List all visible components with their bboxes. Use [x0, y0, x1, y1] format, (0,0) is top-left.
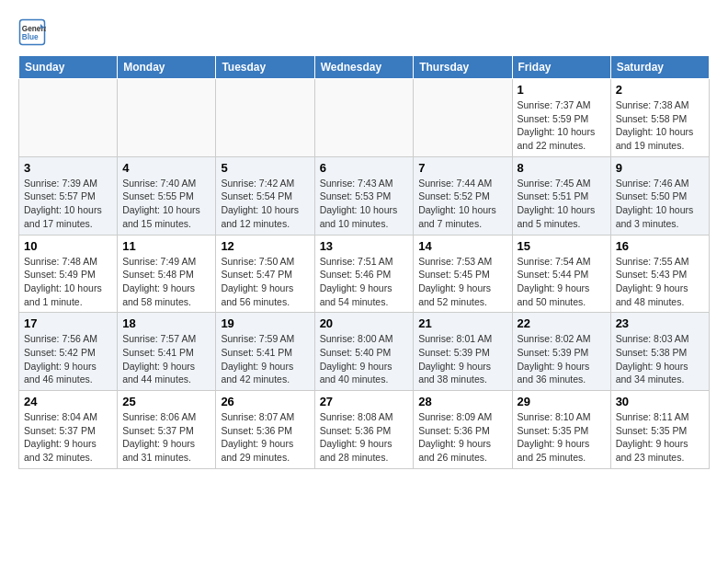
calendar-cell: 11Sunrise: 7:49 AM Sunset: 5:48 PM Dayli…	[118, 235, 216, 313]
calendar-cell: 20Sunrise: 8:00 AM Sunset: 5:40 PM Dayli…	[314, 313, 414, 391]
logo-icon: General Blue	[18, 18, 46, 46]
day-number: 29	[518, 395, 606, 408]
day-number: 13	[320, 239, 409, 253]
day-number: 28	[418, 395, 506, 408]
calendar-week-2: 3Sunrise: 7:39 AM Sunset: 5:57 PM Daylig…	[19, 156, 710, 235]
day-number: 2	[616, 83, 704, 97]
calendar-cell: 28Sunrise: 8:09 AM Sunset: 5:36 PM Dayli…	[414, 391, 512, 469]
svg-text:Blue: Blue	[22, 33, 39, 41]
calendar-header-row: SundayMondayTuesdayWednesdayThursdayFrid…	[19, 56, 710, 79]
day-number: 15	[518, 239, 606, 253]
calendar-cell: 2Sunrise: 7:38 AM Sunset: 5:58 PM Daylig…	[610, 79, 709, 157]
column-header-thursday: Thursday	[414, 56, 512, 79]
day-number: 3	[24, 161, 112, 175]
day-info: Sunrise: 7:56 AM Sunset: 5:42 PM Dayligh…	[24, 332, 112, 386]
day-info: Sunrise: 7:59 AM Sunset: 5:41 PM Dayligh…	[221, 332, 309, 386]
day-info: Sunrise: 7:37 AM Sunset: 5:59 PM Dayligh…	[518, 98, 606, 153]
calendar-cell	[19, 79, 118, 157]
day-info: Sunrise: 7:43 AM Sunset: 5:53 PM Dayligh…	[320, 177, 409, 231]
calendar-cell: 18Sunrise: 7:57 AM Sunset: 5:41 PM Dayli…	[118, 313, 216, 391]
calendar-cell: 23Sunrise: 8:03 AM Sunset: 5:38 PM Dayli…	[610, 313, 709, 391]
calendar-cell: 9Sunrise: 7:46 AM Sunset: 5:50 PM Daylig…	[610, 156, 709, 235]
day-number: 17	[24, 316, 112, 330]
day-info: Sunrise: 7:44 AM Sunset: 5:52 PM Dayligh…	[418, 177, 506, 231]
calendar-cell: 30Sunrise: 8:11 AM Sunset: 5:35 PM Dayli…	[610, 391, 709, 469]
day-number: 4	[122, 161, 210, 175]
calendar-week-5: 24Sunrise: 8:04 AM Sunset: 5:37 PM Dayli…	[19, 391, 710, 469]
day-info: Sunrise: 7:49 AM Sunset: 5:48 PM Dayligh…	[122, 255, 210, 309]
day-info: Sunrise: 8:00 AM Sunset: 5:40 PM Dayligh…	[320, 332, 409, 386]
day-number: 30	[616, 395, 704, 408]
calendar-cell: 17Sunrise: 7:56 AM Sunset: 5:42 PM Dayli…	[19, 313, 118, 391]
day-info: Sunrise: 8:06 AM Sunset: 5:37 PM Dayligh…	[122, 410, 210, 465]
calendar-cell: 13Sunrise: 7:51 AM Sunset: 5:46 PM Dayli…	[314, 235, 414, 313]
calendar-cell: 21Sunrise: 8:01 AM Sunset: 5:39 PM Dayli…	[414, 313, 512, 391]
day-number: 16	[616, 239, 704, 253]
day-info: Sunrise: 7:42 AM Sunset: 5:54 PM Dayligh…	[221, 177, 309, 231]
day-number: 11	[122, 239, 210, 253]
calendar-cell: 27Sunrise: 8:08 AM Sunset: 5:36 PM Dayli…	[314, 391, 414, 469]
calendar-cell: 15Sunrise: 7:54 AM Sunset: 5:44 PM Dayli…	[512, 235, 610, 313]
day-number: 22	[518, 316, 606, 330]
day-number: 14	[418, 239, 506, 253]
calendar: SundayMondayTuesdayWednesdayThursdayFrid…	[18, 55, 710, 469]
day-info: Sunrise: 7:40 AM Sunset: 5:55 PM Dayligh…	[122, 177, 210, 231]
calendar-cell: 19Sunrise: 7:59 AM Sunset: 5:41 PM Dayli…	[216, 313, 314, 391]
day-number: 18	[122, 316, 210, 330]
calendar-cell: 3Sunrise: 7:39 AM Sunset: 5:57 PM Daylig…	[19, 156, 118, 235]
day-number: 10	[24, 239, 112, 253]
day-number: 20	[320, 316, 409, 330]
day-number: 21	[418, 316, 506, 330]
calendar-week-3: 10Sunrise: 7:48 AM Sunset: 5:49 PM Dayli…	[19, 235, 710, 313]
day-number: 1	[518, 83, 606, 97]
calendar-cell: 7Sunrise: 7:44 AM Sunset: 5:52 PM Daylig…	[414, 156, 512, 235]
column-header-sunday: Sunday	[19, 56, 118, 79]
calendar-week-4: 17Sunrise: 7:56 AM Sunset: 5:42 PM Dayli…	[19, 313, 710, 391]
day-info: Sunrise: 7:51 AM Sunset: 5:46 PM Dayligh…	[320, 255, 409, 309]
day-info: Sunrise: 8:04 AM Sunset: 5:37 PM Dayligh…	[24, 410, 112, 465]
calendar-week-1: 1Sunrise: 7:37 AM Sunset: 5:59 PM Daylig…	[19, 79, 710, 157]
day-number: 25	[122, 395, 210, 408]
day-number: 12	[221, 239, 309, 253]
day-info: Sunrise: 7:46 AM Sunset: 5:50 PM Dayligh…	[616, 177, 704, 231]
day-info: Sunrise: 7:39 AM Sunset: 5:57 PM Dayligh…	[24, 177, 112, 231]
column-header-wednesday: Wednesday	[314, 56, 414, 79]
calendar-cell: 10Sunrise: 7:48 AM Sunset: 5:49 PM Dayli…	[19, 235, 118, 313]
calendar-cell: 1Sunrise: 7:37 AM Sunset: 5:59 PM Daylig…	[512, 79, 610, 157]
column-header-friday: Friday	[512, 56, 610, 79]
calendar-cell	[216, 79, 314, 157]
calendar-cell	[414, 79, 512, 157]
calendar-cell: 6Sunrise: 7:43 AM Sunset: 5:53 PM Daylig…	[314, 156, 414, 235]
calendar-cell: 5Sunrise: 7:42 AM Sunset: 5:54 PM Daylig…	[216, 156, 314, 235]
day-info: Sunrise: 8:01 AM Sunset: 5:39 PM Dayligh…	[418, 332, 506, 386]
day-info: Sunrise: 8:10 AM Sunset: 5:35 PM Dayligh…	[518, 410, 606, 465]
day-number: 26	[221, 395, 309, 408]
day-info: Sunrise: 7:57 AM Sunset: 5:41 PM Dayligh…	[122, 332, 210, 386]
calendar-cell: 14Sunrise: 7:53 AM Sunset: 5:45 PM Dayli…	[414, 235, 512, 313]
day-info: Sunrise: 7:48 AM Sunset: 5:49 PM Dayligh…	[24, 255, 112, 309]
calendar-cell: 29Sunrise: 8:10 AM Sunset: 5:35 PM Dayli…	[512, 391, 610, 469]
svg-text:General: General	[22, 25, 46, 33]
day-info: Sunrise: 8:07 AM Sunset: 5:36 PM Dayligh…	[221, 410, 309, 465]
day-info: Sunrise: 7:53 AM Sunset: 5:45 PM Dayligh…	[418, 255, 506, 309]
calendar-cell	[118, 79, 216, 157]
column-header-monday: Monday	[118, 56, 216, 79]
column-header-tuesday: Tuesday	[216, 56, 314, 79]
column-header-saturday: Saturday	[610, 56, 709, 79]
day-info: Sunrise: 8:11 AM Sunset: 5:35 PM Dayligh…	[616, 410, 704, 465]
day-number: 6	[320, 161, 409, 175]
day-info: Sunrise: 7:50 AM Sunset: 5:47 PM Dayligh…	[221, 255, 309, 309]
calendar-cell: 22Sunrise: 8:02 AM Sunset: 5:39 PM Dayli…	[512, 313, 610, 391]
calendar-cell: 4Sunrise: 7:40 AM Sunset: 5:55 PM Daylig…	[118, 156, 216, 235]
day-info: Sunrise: 7:54 AM Sunset: 5:44 PM Dayligh…	[518, 255, 606, 309]
day-number: 7	[418, 161, 506, 175]
day-info: Sunrise: 8:09 AM Sunset: 5:36 PM Dayligh…	[418, 410, 506, 465]
day-number: 8	[518, 161, 606, 175]
calendar-cell: 8Sunrise: 7:45 AM Sunset: 5:51 PM Daylig…	[512, 156, 610, 235]
day-number: 24	[24, 395, 112, 408]
page-header: General Blue	[18, 18, 710, 46]
day-info: Sunrise: 8:08 AM Sunset: 5:36 PM Dayligh…	[320, 410, 409, 465]
day-number: 23	[616, 316, 704, 330]
day-info: Sunrise: 7:55 AM Sunset: 5:43 PM Dayligh…	[616, 255, 704, 309]
logo: General Blue	[18, 18, 51, 46]
